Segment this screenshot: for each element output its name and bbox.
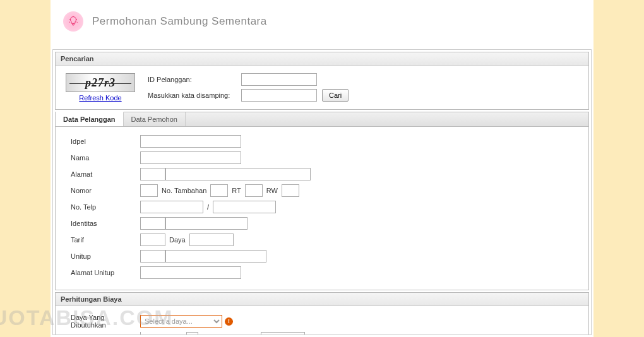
search-panel: Pencarian p27r3 Refresh Kode ID Pelangga… <box>55 52 589 110</box>
alamat-unitup-input[interactable] <box>140 266 241 279</box>
rw-label: RW <box>266 187 278 194</box>
warning-icon: ! <box>225 317 233 326</box>
daya-input[interactable] <box>189 234 234 246</box>
captcha-code-label: Masukkan kata disamping: <box>148 92 236 99</box>
rw-input[interactable] <box>282 184 299 197</box>
daya-dibutuhkan-label: Daya Yang Dibutuhkan <box>71 314 140 329</box>
no-telp-label: No. Telp <box>71 203 140 211</box>
nama-input[interactable] <box>140 151 241 164</box>
no-tambahan-input[interactable] <box>210 184 228 197</box>
biaya-panel-title: Perhitungan Biaya <box>56 293 588 306</box>
id-pelanggan-label: ID Pelanggan: <box>148 76 236 83</box>
identitas-number-input[interactable] <box>165 217 247 230</box>
page-header: Permohonan Sambung Sementara <box>51 0 593 49</box>
search-button[interactable]: Cari <box>322 89 349 102</box>
page-title: Permohonan Sambung Sementara <box>92 15 267 28</box>
telp-area-input[interactable] <box>140 201 203 213</box>
captcha-image: p27r3 <box>66 73 135 92</box>
identitas-label: Identitas <box>71 220 140 227</box>
unitup-name-input[interactable] <box>165 250 266 263</box>
telp-number-input[interactable] <box>213 201 276 213</box>
tanggal-mulai-input[interactable] <box>141 332 186 335</box>
search-panel-title: Pencarian <box>56 52 588 66</box>
unitup-code-input[interactable] <box>140 250 165 263</box>
rt-label: RT <box>232 187 241 194</box>
id-pelanggan-input[interactable] <box>241 73 317 86</box>
nomor-input[interactable] <box>140 184 158 197</box>
idpel-label: Idpel <box>71 138 140 145</box>
biaya-panel: Perhitungan Biaya Daya Yang Dibutuhkan S… <box>55 292 589 335</box>
nama-label: Nama <box>71 154 140 162</box>
alamat-label: Alamat <box>71 170 140 178</box>
captcha-code-input[interactable] <box>241 89 317 102</box>
tab-data-pelanggan[interactable]: Data Pelanggan <box>56 112 124 126</box>
lightbulb-icon <box>63 11 83 32</box>
tarif-input[interactable] <box>140 234 165 246</box>
nomor-label: Nomor <box>71 187 140 194</box>
tab-data-pemohon[interactable]: Data Pemohon <box>124 112 186 126</box>
rt-input[interactable] <box>245 184 263 197</box>
no-tambahan-label: No. Tambahan <box>162 187 206 194</box>
calendar-icon[interactable]: ▦ <box>186 333 198 335</box>
jam-pelaksanaan-input[interactable] <box>261 332 305 335</box>
identitas-type-input[interactable] <box>140 217 165 230</box>
refresh-captcha-link[interactable]: Refresh Kode <box>79 94 121 102</box>
tarif-label: Tarif <box>71 236 140 244</box>
idpel-input[interactable] <box>140 135 241 148</box>
jam-hint: ex: 01:00 <box>309 334 337 335</box>
unitup-label: Unitup <box>71 252 140 260</box>
content-scroll[interactable]: Pencarian p27r3 Refresh Kode ID Pelangga… <box>52 49 592 335</box>
daya-label: Daya <box>169 236 186 244</box>
jam-pelaksanaan-label: Jam Pelaksanaan <box>202 334 257 335</box>
alamat-input[interactable] <box>165 168 311 180</box>
alamat-code-input[interactable] <box>140 168 165 180</box>
tanggal-mulai-label: Tanggal Mulai <box>71 334 140 335</box>
daya-select[interactable]: Select a daya... <box>140 315 222 328</box>
alamat-unitup-label: Alamat Unitup <box>71 269 140 276</box>
captcha-container: p27r3 Refresh Kode <box>66 73 135 102</box>
data-panel: Data Pelanggan Data Pemohon Idpel Nama A… <box>55 112 589 290</box>
tab-bar: Data Pelanggan Data Pemohon <box>56 112 588 127</box>
